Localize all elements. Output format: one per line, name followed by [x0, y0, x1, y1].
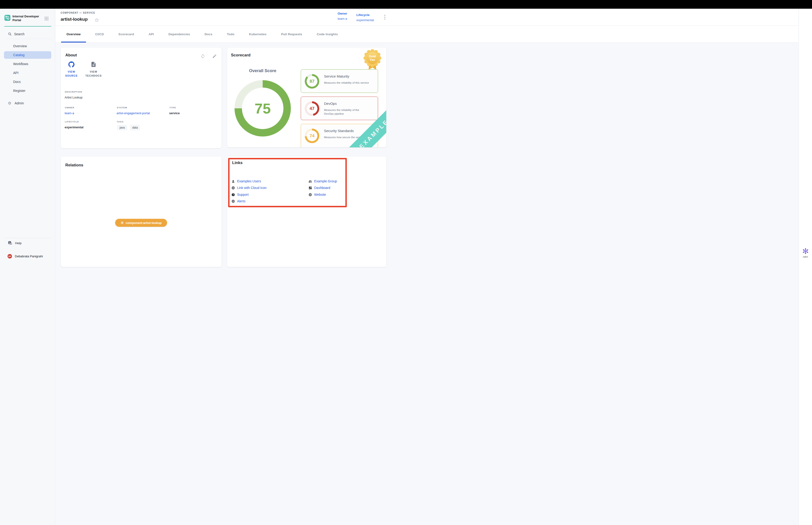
tag-chip[interactable]: java	[117, 125, 127, 131]
entity-tabs: Overview CI/CD Scorecard API Dependencie…	[56, 26, 406, 43]
page-title: artist-lookup	[61, 17, 88, 22]
user-menu[interactable]: DP Debabrata Panigrahi	[7, 254, 43, 259]
sidebar-search[interactable]: Search	[8, 32, 25, 36]
relations-entity-node[interactable]: component:artist-lookup	[115, 219, 167, 227]
top-black-bar	[0, 0, 406, 9]
owner-link[interactable]: team-a	[338, 17, 347, 20]
tags: java data	[117, 125, 140, 131]
link-dashboard[interactable]: Dashboard	[308, 186, 330, 190]
person-icon	[231, 180, 235, 183]
tab-cicd[interactable]: CI/CD	[90, 26, 109, 43]
scorecard-card: Scorecard Gold Tier Overall Score	[227, 48, 386, 147]
owner-field-label: OWNER	[65, 106, 74, 109]
tab-scorecard[interactable]: Scorecard	[113, 26, 139, 43]
avatar: DP	[7, 254, 13, 259]
owner-field-value[interactable]: team-a	[65, 111, 74, 115]
metric-score: 74	[305, 129, 319, 143]
help-icon	[231, 193, 235, 196]
system-field-label: SYSTEM	[117, 106, 127, 109]
more-options-icon[interactable]	[383, 15, 386, 20]
metric-devops[interactable]: 47 DevOps Measures the reliability of th…	[301, 96, 378, 120]
sidebar-item-help[interactable]: ? Help	[8, 241, 21, 245]
tab-pull-requests[interactable]: Pull Requests	[276, 26, 308, 43]
sidebar-item-api[interactable]: API	[0, 69, 55, 77]
tag-chip[interactable]: data	[130, 125, 140, 131]
svg-text:?: ?	[9, 242, 10, 244]
refresh-icon[interactable]	[200, 54, 205, 59]
links-card: Links Examples Users Link with Cloud Ico…	[227, 156, 386, 262]
view-source-link[interactable]: VIEWSOURCE	[62, 61, 81, 78]
lifecycle-value: experimental	[356, 18, 374, 22]
sidebar-item-register[interactable]: Register	[0, 86, 55, 95]
tab-code-insights[interactable]: Code Insights	[311, 26, 343, 43]
overall-score-label: Overall Score	[234, 69, 291, 73]
globe-icon	[308, 193, 312, 196]
link-cloud[interactable]: Link with Cloud Icon	[231, 186, 266, 190]
sidebar: Internal Developer Portal Search Overvie…	[0, 9, 55, 262]
sidebar-item-overview[interactable]: Overview	[0, 42, 55, 50]
metric-gauge: 87	[305, 74, 319, 89]
overall-score-value: 75	[234, 80, 291, 137]
tab-kubernetes[interactable]: Kubernetes	[244, 26, 272, 43]
tab-dependencies[interactable]: Dependencies	[163, 26, 196, 43]
relations-title: Relations	[65, 163, 83, 168]
metric-gauge: 74	[305, 129, 319, 143]
group-icon	[308, 180, 312, 183]
breadcrumb: COMPONENT — SERVICE	[61, 12, 95, 14]
metric-score: 47	[305, 101, 319, 116]
sidebar-nav: Overview Catalog Workflows API Docs Regi…	[0, 42, 55, 95]
search-icon	[8, 32, 12, 36]
about-title: About	[65, 53, 77, 58]
gear-icon	[8, 101, 12, 105]
tab-overview[interactable]: Overview	[61, 26, 86, 43]
svg-text:Tier: Tier	[370, 58, 375, 62]
relations-card: Relations component:artist-lookup	[61, 156, 221, 262]
help-chat-icon: ?	[8, 241, 12, 245]
apps-grid-icon[interactable]	[44, 16, 49, 21]
metric-name: DevOps	[324, 102, 337, 106]
owner-label: Owner	[338, 12, 347, 15]
link-example-group[interactable]: Example Group	[308, 179, 337, 183]
about-card: About VIEWSOURCE VIEWTECHDO	[61, 48, 221, 148]
links-title: Links	[232, 161, 243, 165]
app-title: Internal Developer Portal	[13, 15, 42, 22]
lifecycle-label: Lifecycle	[356, 13, 374, 17]
edit-icon[interactable]	[212, 54, 217, 59]
link-website[interactable]: Website	[308, 193, 326, 196]
lifecycle-field-label: LIFECYCLE	[65, 120, 79, 123]
favorite-star-icon[interactable]	[95, 18, 99, 22]
sidebar-accent-divider	[4, 26, 51, 27]
sidebar-item-admin[interactable]: Admin	[8, 101, 24, 105]
metric-service-maturity[interactable]: 87 Service Maturity Measures the reliabi…	[301, 69, 378, 93]
sidebar-item-catalog[interactable]: Catalog	[4, 51, 51, 59]
link-support[interactable]: Support	[231, 193, 249, 196]
metric-name: Service Maturity	[324, 74, 349, 78]
content-area: About VIEWSOURCE VIEWTECHDO	[56, 43, 406, 262]
search-label: Search	[14, 32, 25, 36]
document-icon	[90, 61, 96, 68]
tab-todo[interactable]: Todo	[221, 26, 240, 43]
admin-label: Admin	[15, 101, 24, 105]
system-field-value[interactable]: artist-engagement-portal	[117, 111, 150, 115]
header-lifecycle: Lifecycle experimental	[356, 13, 374, 22]
component-chip-icon	[121, 221, 124, 224]
help-label: Help	[15, 241, 21, 245]
user-name: Debabrata Panigrahi	[15, 255, 43, 258]
description-label: DESCRIPTION	[65, 90, 82, 93]
link-alerts[interactable]: Alerts	[231, 199, 246, 203]
tags-field-label: TAGS	[117, 120, 124, 123]
metric-name: Security Standards	[324, 129, 354, 133]
metric-score: 87	[305, 74, 319, 89]
overall-score-gauge: 75	[234, 80, 291, 137]
tab-docs[interactable]: Docs	[199, 26, 218, 43]
view-techdocs-link[interactable]: VIEWTECHDOCS	[83, 61, 103, 78]
relations-entity-label: component:artist-lookup	[126, 221, 162, 225]
gold-tier-badge: Gold Tier	[363, 49, 382, 70]
sidebar-item-docs[interactable]: Docs	[0, 77, 55, 86]
link-examples-users[interactable]: Examples Users	[231, 179, 261, 183]
tab-api[interactable]: API	[143, 26, 159, 43]
sidebar-item-workflows[interactable]: Workflows	[0, 59, 55, 69]
main-area: COMPONENT — SERVICE artist-lookup Owner …	[56, 9, 406, 262]
header-owner: Owner team-a	[338, 12, 347, 20]
scorecard-title: Scorecard	[231, 53, 250, 58]
